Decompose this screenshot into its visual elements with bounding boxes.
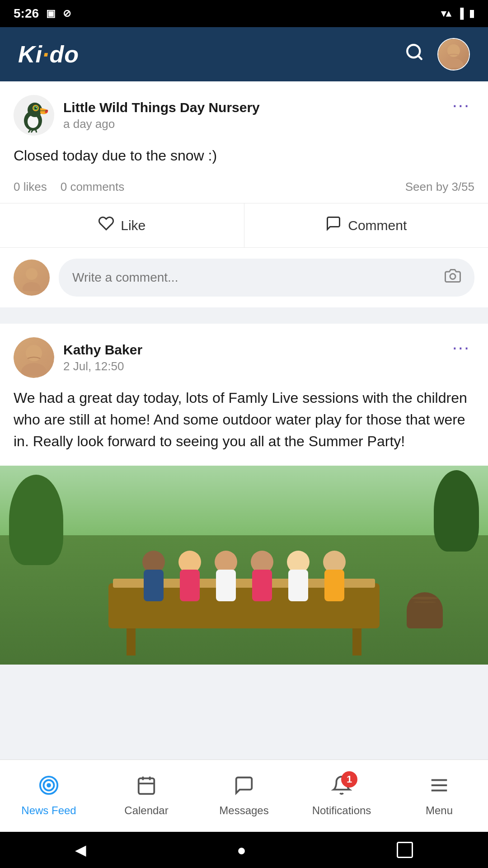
nursery-avatar: [14, 95, 54, 136]
post-1-author-info: Little Wild Things Day Nursery a day ago: [14, 95, 260, 136]
svg-point-19: [21, 363, 47, 376]
sim-icon: ▣: [46, 8, 56, 19]
heart-icon: [98, 215, 114, 236]
status-bar: 5:26 ▣ ⊘ ▾▴ ▐ ▮: [0, 0, 488, 27]
header-actions: [405, 38, 470, 71]
post-1-stats-left: 0 likes 0 comments: [14, 180, 124, 194]
avatar-image: [438, 39, 469, 70]
nav-menu[interactable]: Menu: [390, 768, 488, 824]
post-1-comments: 0 comments: [61, 180, 125, 194]
svg-point-18: [26, 345, 42, 361]
signal-icon: ▐: [456, 8, 464, 19]
nav-news-feed-label: News Feed: [21, 804, 76, 817]
home-icon: ●: [237, 841, 246, 859]
post-2-author-info: Kathy Baker 2 Jul, 12:50: [14, 337, 142, 378]
scene-tree-right: [434, 470, 479, 552]
comment-input-wrap[interactable]: [59, 259, 474, 297]
post-1-time: a day ago: [63, 117, 260, 131]
android-nav-bar: ◀ ●: [0, 832, 488, 868]
svg-point-22: [47, 783, 51, 788]
like-button[interactable]: Like: [0, 203, 244, 247]
svg-line-12: [28, 130, 30, 132]
post-1-text: Closed today due to the snow :): [0, 145, 488, 180]
kids-row: [0, 551, 488, 601]
app-logo: Ki·do: [18, 41, 79, 68]
search-button[interactable]: [405, 42, 424, 66]
svg-point-10: [36, 107, 37, 108]
svg-point-16: [23, 282, 41, 291]
menu-icon: [429, 775, 450, 801]
svg-point-15: [26, 268, 38, 280]
feed-container: Little Wild Things Day Nursery a day ago…: [0, 81, 488, 760]
post-2-avatar: [14, 337, 54, 378]
post-card-1: Little Wild Things Day Nursery a day ago…: [0, 81, 488, 307]
android-home-button[interactable]: ●: [237, 841, 246, 859]
post-1-author-details: Little Wild Things Day Nursery a day ago: [63, 100, 260, 131]
post-1-seen-by: Seen by 3/55: [405, 180, 474, 194]
post-1-actions: Like Comment: [0, 203, 488, 248]
post-card-2: Kathy Baker 2 Jul, 12:50 ··· We had a gr…: [0, 324, 488, 665]
nav-notifications-label: Notifications: [312, 804, 371, 817]
post-2-menu-button[interactable]: ···: [448, 337, 474, 358]
battery-icon: ▮: [469, 8, 474, 19]
nav-calendar[interactable]: Calendar: [98, 768, 195, 824]
comment-button[interactable]: Comment: [244, 203, 488, 247]
no-disturb-icon: ⊘: [63, 8, 71, 19]
svg-point-17: [450, 274, 455, 279]
kid-5: [287, 551, 310, 601]
comment-label: Comment: [348, 218, 407, 233]
wifi-icon: ▾▴: [441, 8, 451, 19]
nav-notifications[interactable]: 1 Notifications: [293, 768, 390, 824]
back-icon: ◀: [75, 842, 86, 858]
app-header: Ki·do: [0, 27, 488, 81]
svg-point-3: [444, 58, 464, 68]
nav-messages[interactable]: Messages: [195, 768, 293, 824]
post-1-stats: 0 likes 0 comments Seen by 3/55: [0, 180, 488, 203]
post-separator: [0, 315, 488, 324]
camera-button[interactable]: [445, 268, 461, 288]
status-left: 5:26 ▣ ⊘: [14, 6, 71, 21]
post-2-header: Kathy Baker 2 Jul, 12:50 ···: [0, 324, 488, 387]
svg-point-5: [28, 115, 38, 128]
post-1-menu-button[interactable]: ···: [448, 95, 474, 115]
kid-6: [323, 551, 346, 601]
post-2-author-name: Kathy Baker: [63, 342, 142, 358]
status-time: 5:26: [14, 6, 39, 21]
nav-calendar-label: Calendar: [124, 804, 168, 817]
post-2-author-details: Kathy Baker 2 Jul, 12:50: [63, 342, 142, 373]
svg-line-1: [418, 56, 422, 59]
notification-badge: 1: [341, 771, 357, 788]
status-right: ▾▴ ▐ ▮: [441, 8, 474, 19]
nav-news-feed[interactable]: News Feed: [0, 768, 98, 824]
scene-sky: [0, 466, 488, 545]
svg-line-14: [36, 130, 37, 132]
post-2-time: 2 Jul, 12:50: [63, 359, 142, 373]
kid-1: [142, 551, 165, 601]
svg-point-9: [35, 107, 37, 109]
bottom-navigation: News Feed Calendar Messages: [0, 760, 488, 832]
kid-2: [178, 551, 201, 601]
message-icon: [234, 775, 254, 801]
kid-3: [215, 551, 237, 601]
radio-icon: [38, 775, 59, 801]
android-back-button[interactable]: ◀: [75, 841, 86, 859]
android-recents-button[interactable]: [397, 842, 413, 858]
comment-text-input[interactable]: [72, 270, 436, 285]
user-avatar[interactable]: [437, 38, 470, 71]
svg-rect-23: [139, 778, 155, 794]
nav-menu-label: Menu: [426, 804, 453, 817]
post-1-author-name: Little Wild Things Day Nursery: [63, 100, 260, 115]
calendar-icon: [136, 775, 157, 801]
commenter-avatar: [14, 259, 50, 296]
like-label: Like: [121, 218, 145, 233]
bell-icon: 1: [331, 775, 352, 801]
tree-stump: [407, 592, 443, 628]
comment-icon: [325, 215, 342, 236]
post-2-image: [0, 466, 488, 665]
recents-icon: [397, 842, 413, 858]
post-1-likes: 0 likes: [14, 180, 47, 194]
post-1-header: Little Wild Things Day Nursery a day ago…: [0, 81, 488, 145]
comment-input-row: [0, 248, 488, 307]
post-2-text: We had a great day today, lots of Famly …: [0, 387, 488, 466]
nav-messages-label: Messages: [219, 804, 268, 817]
